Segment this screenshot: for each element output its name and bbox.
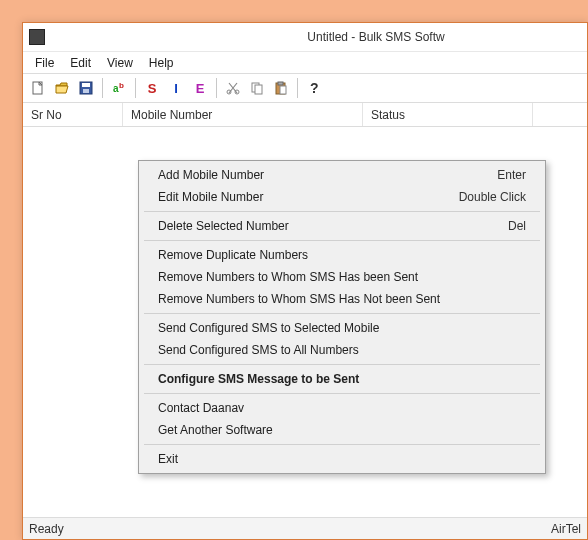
- menu-delete-selected-number[interactable]: Delete Selected Number Del: [142, 215, 542, 237]
- i-button[interactable]: I: [165, 77, 187, 99]
- add-icon: ab: [111, 80, 127, 96]
- menu-remove-notsent-numbers[interactable]: Remove Numbers to Whom SMS Has Not been …: [142, 288, 542, 310]
- menu-edit[interactable]: Edit: [62, 54, 99, 72]
- menu-item-label: Remove Numbers to Whom SMS Has been Sent: [158, 270, 418, 284]
- menu-add-mobile-number[interactable]: Add Mobile Number Enter: [142, 164, 542, 186]
- menu-edit-mobile-number[interactable]: Edit Mobile Number Double Click: [142, 186, 542, 208]
- svg-text:b: b: [119, 81, 124, 90]
- toolbar-separator: [135, 78, 136, 98]
- svg-rect-9: [255, 85, 262, 94]
- column-status[interactable]: Status: [363, 103, 533, 126]
- status-bar: Ready AirTel: [23, 517, 587, 539]
- help-button[interactable]: ?: [303, 77, 325, 99]
- paste-button[interactable]: [270, 77, 292, 99]
- svg-rect-2: [82, 83, 90, 87]
- copy-button[interactable]: [246, 77, 268, 99]
- menu-bar: File Edit View Help: [23, 51, 587, 73]
- menu-remove-duplicate-numbers[interactable]: Remove Duplicate Numbers: [142, 244, 542, 266]
- menu-item-label: Configure SMS Message to be Sent: [158, 372, 359, 386]
- cut-button[interactable]: [222, 77, 244, 99]
- add-number-button[interactable]: ab: [108, 77, 130, 99]
- paste-clipboard-icon: [273, 80, 289, 96]
- menu-get-another-software[interactable]: Get Another Software: [142, 419, 542, 441]
- menu-item-label: Send Configured SMS to Selected Mobile: [158, 321, 379, 335]
- menu-item-label: Exit: [158, 452, 178, 466]
- menu-item-label: Send Configured SMS to All Numbers: [158, 343, 359, 357]
- app-icon: [29, 29, 45, 45]
- svg-rect-3: [83, 89, 89, 93]
- svg-rect-12: [280, 86, 286, 94]
- svg-rect-11: [278, 82, 283, 85]
- e-button[interactable]: E: [189, 77, 211, 99]
- menu-file[interactable]: File: [27, 54, 62, 72]
- menu-help[interactable]: Help: [141, 54, 182, 72]
- menu-separator: [144, 393, 540, 394]
- menu-item-label: Edit Mobile Number: [158, 190, 263, 204]
- open-button[interactable]: [51, 77, 73, 99]
- toolbar: ab S I E ?: [23, 73, 587, 103]
- menu-item-label: Remove Numbers to Whom SMS Has Not been …: [158, 292, 440, 306]
- menu-send-sms-selected[interactable]: Send Configured SMS to Selected Mobile: [142, 317, 542, 339]
- save-disk-icon: [78, 80, 94, 96]
- status-right: AirTel: [551, 522, 581, 536]
- menu-view[interactable]: View: [99, 54, 141, 72]
- menu-item-label: Contact Daanav: [158, 401, 244, 415]
- svg-text:?: ?: [310, 80, 319, 96]
- toolbar-separator: [297, 78, 298, 98]
- menu-item-shortcut: Enter: [497, 168, 526, 182]
- status-left: Ready: [29, 522, 64, 536]
- save-button[interactable]: [75, 77, 97, 99]
- menu-item-shortcut: Double Click: [459, 190, 526, 204]
- menu-separator: [144, 444, 540, 445]
- context-menu: Add Mobile Number Enter Edit Mobile Numb…: [138, 160, 546, 474]
- menu-exit[interactable]: Exit: [142, 448, 542, 470]
- menu-item-label: Remove Duplicate Numbers: [158, 248, 308, 262]
- menu-send-sms-all[interactable]: Send Configured SMS to All Numbers: [142, 339, 542, 361]
- menu-contact-daanav[interactable]: Contact Daanav: [142, 397, 542, 419]
- menu-item-label: Add Mobile Number: [158, 168, 264, 182]
- help-question-icon: ?: [306, 80, 322, 96]
- menu-configure-sms[interactable]: Configure SMS Message to be Sent: [142, 368, 542, 390]
- open-folder-icon: [54, 80, 70, 96]
- column-mobile-number[interactable]: Mobile Number: [123, 103, 363, 126]
- column-srno[interactable]: Sr No: [23, 103, 123, 126]
- title-bar: Untitled - Bulk SMS Softw: [23, 23, 587, 51]
- table-header: Sr No Mobile Number Status: [23, 103, 587, 127]
- menu-item-shortcut: Del: [508, 219, 526, 233]
- menu-separator: [144, 313, 540, 314]
- menu-remove-sent-numbers[interactable]: Remove Numbers to Whom SMS Has been Sent: [142, 266, 542, 288]
- menu-separator: [144, 211, 540, 212]
- new-button[interactable]: [27, 77, 49, 99]
- toolbar-separator: [216, 78, 217, 98]
- copy-icon: [249, 80, 265, 96]
- toolbar-separator: [102, 78, 103, 98]
- menu-item-label: Get Another Software: [158, 423, 273, 437]
- menu-separator: [144, 240, 540, 241]
- new-file-icon: [30, 80, 46, 96]
- s-button[interactable]: S: [141, 77, 163, 99]
- cut-scissors-icon: [225, 80, 241, 96]
- menu-item-label: Delete Selected Number: [158, 219, 289, 233]
- menu-separator: [144, 364, 540, 365]
- window-title: Untitled - Bulk SMS Softw: [51, 30, 581, 44]
